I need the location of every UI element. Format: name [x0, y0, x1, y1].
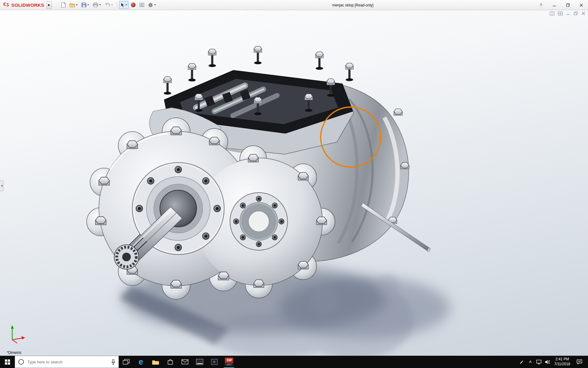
options-gear-icon	[148, 2, 153, 8]
network-icon	[536, 360, 541, 364]
new-document-button[interactable]	[60, 1, 67, 9]
close-icon	[579, 3, 583, 7]
select-dropdown-caret[interactable]	[125, 4, 127, 6]
appearance-sphere-icon	[131, 2, 136, 7]
dark-app-media-icon	[211, 359, 218, 365]
edge-icon: e	[138, 358, 143, 366]
doc-minimize-icon[interactable]	[566, 12, 570, 15]
open-button[interactable]	[68, 1, 79, 9]
restore-button[interactable]	[561, 0, 575, 10]
task-view-icon	[123, 359, 130, 365]
titlebar: SOLIDWORKS	[0, 0, 588, 10]
3d-model-canvas[interactable]	[0, 10, 588, 356]
doc-close-icon[interactable]	[582, 12, 585, 15]
minimize-button[interactable]	[548, 0, 561, 10]
clock-time: 2:41 PM	[554, 357, 571, 362]
clock-date: 7/11/2018	[554, 362, 571, 367]
volume-button[interactable]	[543, 356, 552, 368]
select-tool-button[interactable]	[119, 1, 129, 9]
store-bag-icon	[167, 359, 173, 365]
mail-button[interactable]	[178, 356, 192, 368]
appearance-button[interactable]	[129, 1, 137, 9]
microphone-icon[interactable]	[111, 359, 115, 365]
windows-logo-icon	[5, 359, 10, 365]
system-tray: ^ 2:41 PM 7/11/2018	[518, 356, 588, 368]
store-button[interactable]	[163, 356, 178, 368]
document-window-controls	[550, 12, 585, 15]
action-center-icon	[577, 359, 582, 364]
taskbar-search[interactable]	[15, 356, 119, 368]
split-view-quad-icon[interactable]	[558, 12, 563, 15]
open-folder-icon	[70, 3, 75, 7]
screen: SOLIDWORKS	[0, 0, 588, 368]
z-axis-arrow	[12, 340, 17, 343]
restore-icon	[566, 3, 570, 7]
pinned-app-dark-1-button[interactable]	[192, 356, 207, 368]
ds-logo-icon	[2, 2, 10, 8]
feature-panel-collapse-tab[interactable]	[0, 181, 3, 191]
design-library-button[interactable]	[138, 1, 146, 9]
orientation-triad	[6, 323, 28, 345]
taskbar: e	[0, 356, 588, 368]
view-orientation-label: *Dimetric	[7, 351, 22, 355]
print-icon	[93, 2, 98, 7]
toolbar-flyout-button[interactable]	[47, 1, 52, 9]
task-view-button[interactable]	[119, 356, 134, 368]
split-view-vertical-icon[interactable]	[550, 12, 554, 15]
close-button[interactable]	[575, 0, 588, 10]
new-document-icon	[61, 2, 66, 8]
action-center-button[interactable]	[573, 359, 586, 364]
dark-app-window-icon	[196, 359, 203, 365]
options-button[interactable]	[146, 1, 157, 9]
collapse-arrow-icon	[1, 185, 2, 187]
undo-dropdown-caret[interactable]	[111, 4, 113, 6]
solidworks-app-icon: SW 2017	[225, 358, 233, 366]
speaker-icon	[545, 360, 550, 364]
open-dropdown-caret[interactable]	[76, 4, 78, 6]
taskbar-clock[interactable]: 2:41 PM 7/11/2018	[552, 357, 573, 366]
x-axis-arrow	[21, 336, 25, 340]
save-button[interactable]	[80, 1, 91, 9]
pen-icon	[519, 359, 524, 364]
window-controls: ?	[534, 0, 588, 10]
undo-icon	[105, 3, 110, 7]
windows-ink-button[interactable]	[518, 356, 526, 368]
toolbar-separator	[117, 2, 117, 8]
start-button[interactable]	[0, 356, 15, 368]
mail-envelope-icon	[182, 359, 188, 364]
network-button[interactable]	[535, 356, 543, 368]
graphics-viewport[interactable]: *Dimetric	[0, 10, 588, 356]
right-hub	[230, 193, 288, 250]
document-title: menjac sklop [Read-only]	[332, 0, 374, 10]
print-button[interactable]	[91, 1, 103, 9]
options-dropdown-caret[interactable]	[154, 4, 156, 6]
solidworks-taskbar-button[interactable]: SW 2017	[222, 356, 236, 368]
design-library-icon	[139, 2, 144, 7]
doc-restore-icon[interactable]	[574, 12, 578, 15]
file-explorer-button[interactable]	[148, 356, 163, 368]
brand-wordmark: SOLIDWORKS	[11, 2, 44, 8]
search-input[interactable]	[27, 360, 108, 364]
select-cursor-icon	[121, 2, 124, 8]
save-floppy-icon	[81, 2, 86, 7]
main-toolbar	[60, 1, 157, 9]
print-dropdown-caret[interactable]	[99, 4, 101, 6]
undo-button[interactable]	[103, 1, 115, 9]
help-button[interactable]: ?	[534, 0, 548, 10]
minimize-icon	[552, 3, 556, 7]
flyout-arrow-icon	[48, 4, 50, 6]
app-brand: SOLIDWORKS	[0, 0, 44, 10]
save-dropdown-caret[interactable]	[87, 4, 89, 6]
show-hidden-icons-button[interactable]: ^	[526, 356, 535, 368]
pinned-app-dark-2-button[interactable]	[207, 356, 222, 368]
cortana-icon	[18, 359, 24, 365]
chevron-up-icon: ^	[529, 360, 531, 365]
edge-button[interactable]: e	[134, 356, 148, 368]
y-axis-arrow	[11, 325, 14, 329]
file-explorer-icon	[152, 359, 159, 365]
